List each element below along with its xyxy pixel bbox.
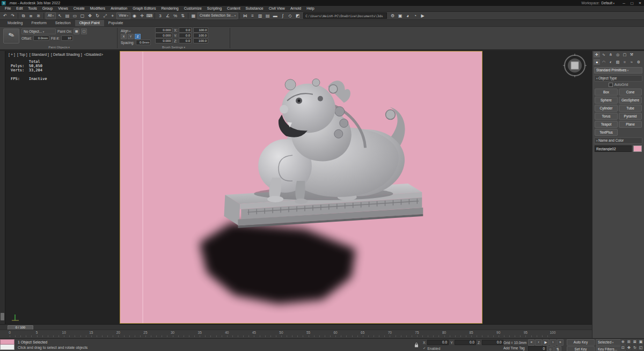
brush-rotate-spinner[interactable]: 0.0 (179, 33, 192, 38)
paint-brush-button[interactable] (3, 28, 19, 43)
orbit-icon[interactable]: ↻ (632, 345, 638, 350)
axis-toggle[interactable]: Y (128, 34, 134, 39)
viewport-shading-label[interactable]: [ Default Shading ] (51, 53, 82, 56)
align-dropdown[interactable]: Align (121, 29, 130, 33)
menu-item[interactable]: Tools (25, 6, 39, 11)
menu-item[interactable]: Help (304, 6, 317, 11)
spinner-icon[interactable]: ⇅ (554, 346, 561, 351)
named-selection-sets-icon[interactable]: ▦ (190, 12, 197, 19)
go-to-start-icon[interactable]: « (528, 339, 535, 346)
brush-scale-spinner[interactable]: 100.0 (193, 27, 208, 33)
object-type-button[interactable]: Tube (619, 105, 642, 112)
render-online-icon[interactable]: ▶ (419, 12, 426, 19)
object-type-button[interactable]: Teapot (595, 121, 618, 128)
menu-item[interactable]: Civil View (266, 6, 288, 11)
zoom-icon[interactable]: ⊕ (620, 339, 626, 345)
object-type-button[interactable]: GeoSphere (619, 97, 642, 104)
paint-objects-caption[interactable]: Paint Objects (2, 46, 116, 49)
space-warps-category-icon[interactable]: ≈ (628, 59, 635, 65)
zoom-extents-all-icon[interactable]: ▣ (638, 339, 643, 345)
scene-explorer-icon[interactable]: ▥ (257, 12, 264, 19)
current-frame-field[interactable]: 0 (528, 346, 546, 351)
key-step-icon[interactable]: ○ (547, 346, 554, 351)
motion-tab-icon[interactable]: ◎ (614, 52, 621, 57)
active-viewport[interactable] (120, 51, 482, 324)
viewport-view-label[interactable]: [ Top ] (17, 53, 27, 56)
lights-category-icon[interactable]: ◐ (608, 59, 614, 65)
menu-item[interactable]: Scripting (204, 6, 224, 11)
cameras-category-icon[interactable]: ▧ (614, 59, 621, 65)
select-and-scale-icon[interactable]: ⤢ (101, 12, 108, 19)
spinner-snap-icon[interactable]: ⇅ (179, 12, 186, 19)
primitives-dropdown[interactable]: Standard Primitives (594, 67, 642, 74)
maximize-button[interactable]: ▢ (628, 0, 636, 6)
offset-field[interactable]: 0.0mm (33, 35, 49, 41)
paint-on-grid-icon[interactable]: ▦ (74, 28, 79, 34)
object-type-button[interactable]: Sphere (595, 97, 618, 104)
select-and-rotate-icon[interactable]: ↻ (94, 12, 101, 19)
set-key-button[interactable]: Set Key (567, 346, 595, 351)
hierarchy-tab-icon[interactable]: ⋔ (608, 52, 614, 57)
paint-on-object-icon[interactable]: ▢ (81, 28, 87, 34)
coordinate-field[interactable]: 0.0 (482, 340, 503, 345)
menu-item[interactable]: Group (40, 6, 55, 11)
brush-offset-spinner[interactable]: 0.000 (155, 38, 172, 43)
object-type-button[interactable]: Box (595, 89, 618, 96)
layer-explorer-icon[interactable]: ▤ (264, 12, 271, 19)
menu-item[interactable]: Content (224, 6, 243, 11)
brush-scale-spinner[interactable]: 100.0 (193, 33, 208, 38)
shapes-category-icon[interactable]: ◠ (601, 59, 607, 65)
object-name-field[interactable] (595, 145, 632, 152)
view-cube[interactable] (562, 53, 587, 78)
statue-3d-model[interactable] (120, 52, 482, 323)
menu-item[interactable]: File (2, 6, 13, 11)
coordinate-field[interactable]: 0.0 (455, 340, 476, 345)
helpers-category-icon[interactable]: ⌗ (621, 59, 628, 65)
modify-tab-icon[interactable]: ∿ (601, 52, 607, 57)
axis-toggle[interactable]: Z (135, 34, 141, 39)
adaptive-degradation[interactable]: ✓ Enabled (423, 346, 440, 350)
next-frame-icon[interactable]: › (550, 339, 556, 346)
workspace-dropdown[interactable]: Default (601, 1, 614, 5)
axis-toggle[interactable]: X (121, 34, 127, 39)
auto-key-button[interactable]: Auto Key (567, 339, 595, 346)
menu-item[interactable]: Views (55, 6, 71, 11)
track-bar[interactable]: 0510152025303540455055606570758085909510… (0, 330, 592, 338)
zoom-extents-icon[interactable]: ⊠ (632, 339, 638, 345)
undo-icon[interactable]: ↶ (2, 12, 9, 19)
render-production-icon[interactable]: ◕ (404, 12, 411, 19)
object-type-button[interactable]: Cylinder (595, 105, 618, 112)
project-folder-field[interactable] (303, 12, 387, 19)
ribbon-toggle-icon[interactable]: ▬ (272, 12, 279, 19)
select-and-link-icon[interactable]: ⧉ (20, 12, 27, 19)
pan-icon[interactable]: ✥ (626, 345, 632, 350)
object-type-button[interactable]: Torus (595, 113, 618, 120)
fill-count-field[interactable]: 10 (61, 35, 73, 41)
brush-settings-caption[interactable]: Brush Settings (119, 46, 229, 49)
display-tab-icon[interactable]: ▢ (621, 52, 628, 57)
play-icon[interactable]: ▶ (543, 339, 549, 346)
rectangular-selection-icon[interactable]: ▭ (71, 12, 78, 19)
menu-item[interactable]: Substance (243, 6, 266, 11)
ribbon-tab[interactable]: Modeling (3, 20, 27, 26)
maxscript-listener-line[interactable] (0, 345, 14, 350)
maxscript-mini-listener[interactable] (0, 339, 14, 350)
menu-item[interactable]: Edit (13, 6, 25, 11)
render-setup-icon[interactable]: ⚙ (389, 12, 396, 19)
zoom-region-icon[interactable]: ⊡ (620, 345, 626, 350)
paint-object-dropdown[interactable]: No Object... (21, 28, 56, 34)
window-crossing-icon[interactable]: ▢ (79, 12, 86, 19)
select-and-manipulate-icon[interactable]: ✛ (138, 12, 145, 19)
select-by-name-icon[interactable]: ▤ (64, 12, 71, 19)
object-type-rollout[interactable]: Object Type (594, 75, 642, 82)
zoom-all-icon[interactable]: ⊞ (626, 339, 632, 345)
viewport-menu-label[interactable]: [ + ] (9, 53, 15, 56)
viewport-renderer-label[interactable]: [ Standard ] (30, 53, 49, 56)
curve-editor-icon[interactable]: ∫ (279, 12, 286, 19)
geometry-category-icon[interactable]: ● (594, 59, 600, 65)
object-type-button[interactable]: Plane (619, 121, 642, 128)
coordinate-field[interactable]: 0.0 (427, 340, 449, 345)
autogrid-checkbox[interactable] (609, 83, 613, 87)
menu-item[interactable]: Customize (181, 6, 204, 11)
reference-coordinate-dropdown[interactable]: View (116, 12, 130, 19)
